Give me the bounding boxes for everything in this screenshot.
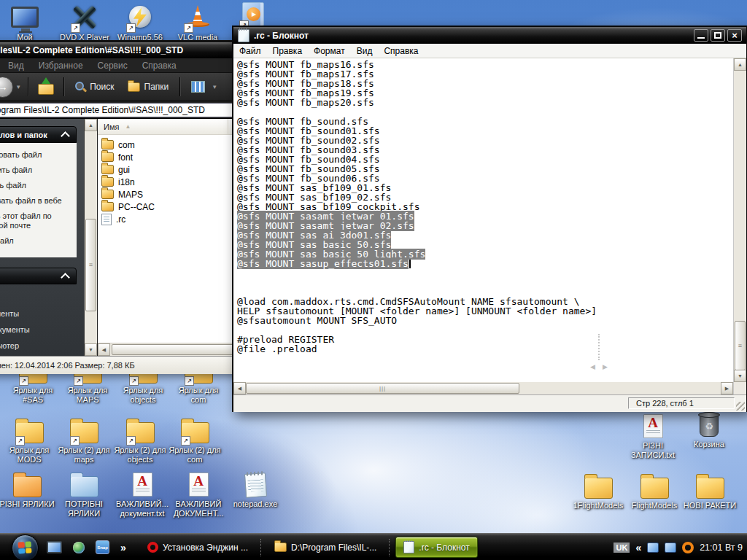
menu-item[interactable]: Вид <box>351 46 379 56</box>
network-icon[interactable] <box>647 542 659 553</box>
text-line <box>237 268 733 278</box>
menu-item[interactable]: Формат <box>308 46 351 56</box>
scrollbar-track[interactable]: ≡ <box>85 131 97 343</box>
task-button[interactable]: D:\Program Files\IL-... <box>267 537 384 557</box>
notepad-vscrollbar[interactable]: ▲ ≡ ▼ <box>733 58 746 382</box>
desktop-icon[interactable]: Ярлык (2) для com <box>164 417 225 464</box>
desktop-icon[interactable]: Winamp5.56 <box>109 4 171 42</box>
scrollbar-thumb[interactable]: ≡ <box>735 321 746 370</box>
network-icon[interactable] <box>665 542 676 553</box>
task-link[interactable]: Отправить этот файл по электронной почте <box>0 211 74 230</box>
notepad-icon <box>239 471 272 499</box>
notepad-titlebar[interactable]: .rc - Блокнот <box>233 27 746 44</box>
desktop-icon[interactable]: DVD X Player <box>54 4 115 42</box>
folder-icon <box>101 140 114 149</box>
up-folder-button[interactable] <box>35 77 57 96</box>
menu-item[interactable]: Сервис <box>90 61 135 71</box>
notepad-hscrollbar[interactable]: ◀ ||| ▶ <box>233 382 733 394</box>
desktop-icon[interactable]: ВАЖЛИВИЙ ДОКУМЕНТ... <box>168 471 229 518</box>
task-button[interactable]: Установка Энджин ... <box>140 537 255 557</box>
start-button[interactable] <box>12 534 39 560</box>
other-places-header[interactable]: Другие места <box>0 268 77 284</box>
place-link[interactable]: Мой компьютер <box>0 341 74 351</box>
sort-arrow-icon: ▲ <box>125 123 131 130</box>
tray-app-icon[interactable] <box>682 542 694 553</box>
scrollbar-corner <box>733 382 746 394</box>
up-arrow-icon <box>42 77 50 84</box>
desktop-icon[interactable]: Корзина <box>678 411 740 449</box>
task-link[interactable]: Копировать файл <box>0 181 74 190</box>
menu-item[interactable]: Справка <box>378 46 424 56</box>
resize-grip[interactable] <box>736 402 745 411</box>
desktop-icon[interactable]: Ярлык для MODS <box>0 417 60 464</box>
scroll-down-icon[interactable]: ▼ <box>734 370 746 382</box>
forward-button[interactable]: → <box>0 77 13 98</box>
desktop-icon[interactable]: Ярлык (2) для objects <box>109 417 171 464</box>
desktop-icon-label: notepad.exe <box>233 499 278 509</box>
snap-icon[interactable]: Snap <box>96 540 109 554</box>
menu-item[interactable]: Справка <box>135 61 184 71</box>
desktop-icon[interactable]: 1FlightModels <box>568 472 629 510</box>
scroll-up-icon[interactable]: ▲ <box>734 58 746 71</box>
menu-item[interactable]: Правка <box>267 46 309 56</box>
desktop-icon[interactable]: Ярлык (2) для maps <box>53 417 115 464</box>
text-line: @file .preload <box>237 344 733 354</box>
desktop-icon[interactable]: FlightModels <box>624 472 685 510</box>
menu-item[interactable]: Файл <box>233 46 267 56</box>
maximize-button[interactable] <box>711 29 725 42</box>
scrollbar-thumb[interactable]: ≡ <box>85 219 96 311</box>
scrollbar-track[interactable]: ||| <box>246 382 721 394</box>
shortcut-arrow-icon <box>126 23 136 33</box>
scroll-left-icon[interactable]: ◀ <box>233 382 246 394</box>
notepad-text-area[interactable]: @sfs MOUNT fb_maps16.sfs@sfs MOUNT fb_ma… <box>233 58 733 382</box>
scroll-left-icon[interactable]: ◀ <box>98 343 110 356</box>
scroll-right-icon[interactable]: ▶ <box>721 382 733 394</box>
notepad-title: .rc - Блокнот <box>254 31 309 41</box>
desktop-icon[interactable]: VLC media <box>167 4 228 42</box>
quick-launch-overflow-chevron[interactable]: » <box>120 542 126 553</box>
globe-icon[interactable] <box>73 542 85 553</box>
file-tasks-group: Задачи для файлов и папок Переименовать … <box>0 126 77 257</box>
text: @file .preload <box>237 343 317 354</box>
scroll-down-icon[interactable]: ▼ <box>85 343 97 356</box>
toolbar-separator <box>63 77 64 96</box>
scroll-up-icon[interactable]: ▲ <box>85 119 97 131</box>
task-link[interactable]: Переместить файл <box>0 166 74 175</box>
task-button[interactable]: .rc - Блокнот <box>395 537 477 558</box>
desktop-icon[interactable]: РІЗНІ ЗАПИСИ.txt <box>622 413 684 460</box>
desktop-icon[interactable]: Мой <box>0 4 55 42</box>
place-link[interactable]: Мои документы <box>0 309 74 319</box>
menu-item[interactable]: Избранное <box>31 61 90 71</box>
place-link[interactable]: Общие документы <box>0 325 74 335</box>
desktop-icon[interactable]: РІЗНІ ЯРЛИКИ <box>0 471 58 509</box>
desktop-icon[interactable]: ПОТРІБНІ ЯРЛИКИ <box>53 471 115 518</box>
scrollbar-track[interactable]: ≡ <box>734 71 746 370</box>
column-header-name[interactable]: Имя ▲ <box>98 119 228 134</box>
language-indicator[interactable]: UK <box>614 542 630 553</box>
notepad-window: .rc - Блокнот ФайлПравкаФорматВидСправка… <box>232 26 747 412</box>
taskbar: Snap » Установка Энджин ...D:\Program Fi… <box>0 533 747 560</box>
task-pane-scrollbar[interactable]: ▲ ≡ ▼ <box>84 119 97 356</box>
task-button-label: .rc - Блокнот <box>419 542 469 553</box>
scrollbar-thumb[interactable]: ||| <box>246 383 519 394</box>
desktop-icon[interactable]: ВАЖЛИВИЙ... документ.txt <box>112 471 173 518</box>
folder-icon <box>12 417 46 445</box>
search-button[interactable]: Поиск <box>69 76 120 98</box>
views-button[interactable]: ▼ <box>185 76 226 98</box>
show-desktop-icon[interactable] <box>47 541 62 553</box>
tray-collapse-chevron[interactable]: « <box>635 542 641 553</box>
close-button[interactable] <box>727 29 742 42</box>
document-icon <box>125 471 159 499</box>
task-link[interactable]: Опубликовать файл в вебе <box>0 196 74 206</box>
desktop-icon[interactable]: НОВІ РАКЕТИ <box>679 472 740 510</box>
minimize-button[interactable] <box>694 29 708 42</box>
folders-button[interactable]: Папки <box>121 76 176 98</box>
winamp-icon <box>123 4 157 32</box>
desktop-icon[interactable]: notepad.exe <box>225 471 286 509</box>
forward-dropdown-icon[interactable]: ▼ <box>13 84 23 90</box>
task-link[interactable]: Удалить файл <box>0 236 74 246</box>
file-tasks-header[interactable]: Задачи для файлов и папок <box>0 126 77 143</box>
menu-item[interactable]: Вид <box>1 61 31 71</box>
folder-blue-glyph <box>70 476 98 497</box>
task-link[interactable]: Переименовать файл <box>0 150 74 160</box>
